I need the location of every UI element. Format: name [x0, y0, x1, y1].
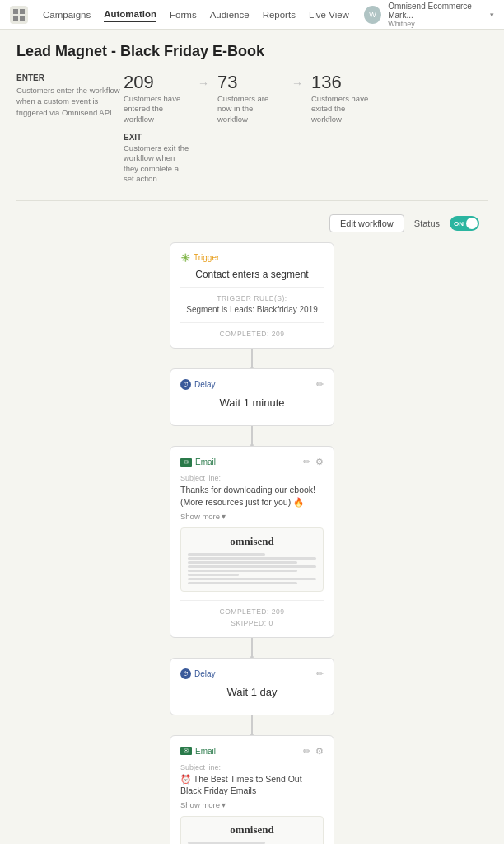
stats-row: ENTER Customers enter the workflow when … [16, 73, 488, 184]
delay-1-wait: Wait 1 minute [180, 396, 324, 409]
email-icon-1: ✉ [180, 458, 192, 467]
email-2-node: ✉ Email ✏ ⚙ Subject line: ⏰ The Best Tim… [170, 735, 334, 844]
email-2-show-more[interactable]: Show more ▾ [180, 800, 324, 809]
email-2-header: ✉ Email ✏ ⚙ [180, 746, 324, 757]
workflow-toolbar: Edit workflow Status ON [329, 214, 479, 232]
email-1-actions: ✏ ⚙ [303, 457, 324, 467]
trigger-rule-label: TRIGGER RULE(S): [180, 294, 324, 302]
email-2-subject-label: Subject line: [180, 763, 324, 771]
trigger-node: ✳️ Trigger Contact enters a segment TRIG… [170, 242, 334, 349]
stat-exit-block: EXIT Customers exit the workflow when th… [124, 133, 189, 184]
delay-1-node: ⏱ Delay ✏ Wait 1 minute [170, 368, 334, 426]
trigger-title: Contact enters a segment [180, 269, 324, 280]
stat-2-desc: Customers are now in the workflow [217, 94, 283, 124]
nav-audience[interactable]: Audience [210, 8, 250, 21]
account-name: Omnisend Ecommerce Mark... [388, 2, 483, 20]
email-1-subject: Thanks for downloading our ebook! (More … [180, 484, 324, 508]
delay-2-wait: Wait 1 day [180, 686, 324, 698]
nav-automation[interactable]: Automation [104, 7, 156, 22]
email-2-actions: ✏ ⚙ [303, 746, 324, 757]
email-1-preview: omnisend [180, 528, 324, 592]
connector-4 [251, 715, 253, 735]
nav-campaigns[interactable]: Campaigns [43, 8, 91, 21]
nav-items: Campaigns Automation Forms Audience Repo… [43, 7, 349, 22]
arrow-icon-2: → [283, 77, 311, 90]
nav-account[interactable]: Omnisend Ecommerce Mark... Whitney [388, 2, 483, 28]
svg-rect-1 [20, 9, 25, 14]
connector-3 [251, 638, 253, 658]
chevron-down-icon: ▾ [490, 11, 494, 19]
trigger-node-header: ✳️ Trigger [180, 253, 324, 262]
chevron-down-small-icon-2: ▾ [222, 800, 226, 809]
stat-3: 136 Customers have exited the workflow [311, 73, 377, 124]
enter-description: Customers enter the workflow when a cust… [16, 85, 124, 118]
email-1-completed: COMPLETED: 209 [180, 600, 324, 616]
account-user: Whitney [388, 20, 483, 28]
preview-line [188, 565, 316, 568]
delay-1-actions: ✏ [316, 379, 324, 390]
chevron-down-small-icon: ▾ [222, 512, 226, 521]
omnisend-brand-1: omnisend [188, 535, 316, 548]
stat-2: 73 Customers are now in the workflow [217, 73, 283, 124]
workflow-nodes: ✳️ Trigger Contact enters a segment TRIG… [16, 242, 488, 844]
delay-2-actions: ✏ [316, 668, 324, 679]
nav-reports[interactable]: Reports [263, 8, 296, 21]
email-1-edit-button[interactable]: ✏ [303, 457, 310, 467]
stat-1: 209 Customers have entered the workflow [124, 73, 189, 124]
nav-forms[interactable]: Forms [170, 8, 197, 21]
clock-icon: ⏱ [180, 379, 191, 390]
connector-2 [251, 426, 253, 446]
divider [16, 200, 488, 201]
star-icon: ✳️ [180, 253, 190, 262]
delay-2-type-label: ⏱ Delay [180, 668, 216, 679]
svg-rect-3 [20, 16, 25, 21]
svg-rect-0 [13, 9, 18, 14]
clock-icon-2: ⏱ [180, 668, 191, 679]
preview-line [188, 574, 239, 576]
page-content: Lead Magnet - Black Friday E-Book ENTER … [0, 30, 504, 844]
avatar: W [364, 6, 381, 24]
status-toggle[interactable]: ON [450, 216, 479, 231]
delay-2-edit-button[interactable]: ✏ [316, 668, 324, 679]
email-2-subject: ⏰ The Best Times to Send Out Black Frida… [180, 773, 324, 797]
trigger-rules: TRIGGER RULE(S): Segment is Leads: Black… [180, 287, 324, 314]
connector-1 [251, 349, 253, 368]
omnisend-brand-2: omnisend [188, 823, 316, 837]
svg-rect-2 [13, 16, 18, 21]
stat-enter-block: ENTER Customers enter the workflow when … [16, 73, 124, 118]
preview-line [188, 553, 265, 556]
preview-line [188, 578, 316, 580]
email-1-settings-button[interactable]: ⚙ [315, 457, 324, 467]
email-1-header: ✉ Email ✏ ⚙ [180, 457, 324, 467]
logo [10, 6, 28, 24]
email-1-show-more[interactable]: Show more ▾ [180, 512, 324, 521]
email-1-subject-label: Subject line: [180, 474, 324, 482]
edit-workflow-button[interactable]: Edit workflow [329, 214, 404, 232]
preview-line [188, 561, 297, 564]
trigger-type-label: ✳️ Trigger [180, 253, 219, 262]
nav-live-view[interactable]: Live View [309, 8, 349, 21]
delay-2-node: ⏱ Delay ✏ Wait 1 day [170, 658, 334, 715]
stat-1-number: 209 [124, 73, 154, 91]
stat-3-number: 136 [311, 73, 342, 91]
stat-1-desc: Customers have entered the workflow [124, 94, 189, 124]
email-2-edit-button[interactable]: ✏ [303, 746, 310, 757]
email-2-type-label: ✉ Email [180, 747, 216, 756]
workflow-area: Edit workflow Status ON ✳️ Trigger Conta… [16, 214, 488, 844]
preview-line [188, 557, 316, 560]
delay-2-header: ⏱ Delay ✏ [180, 668, 324, 679]
status-label: Status [414, 218, 440, 228]
stat-2-number: 73 [217, 73, 237, 91]
stat-3-desc: Customers have exited the workflow [311, 94, 377, 124]
trigger-rule-value: Segment is Leads: Blackfriday 2019 [180, 305, 324, 314]
arrow-icon-1: → [189, 77, 217, 90]
exit-description: Customers exit the workflow when they co… [124, 143, 189, 184]
email-1-type-label: ✉ Email [180, 457, 216, 467]
delay-1-edit-button[interactable]: ✏ [316, 379, 324, 390]
email-2-settings-button[interactable]: ⚙ [315, 746, 324, 757]
preview-line [188, 582, 297, 584]
toggle-on-text: ON [454, 220, 464, 227]
exit-label: EXIT [124, 133, 189, 142]
email-icon-2: ✉ [180, 747, 192, 755]
page-title: Lead Magnet - Black Friday E-Book [16, 43, 488, 60]
